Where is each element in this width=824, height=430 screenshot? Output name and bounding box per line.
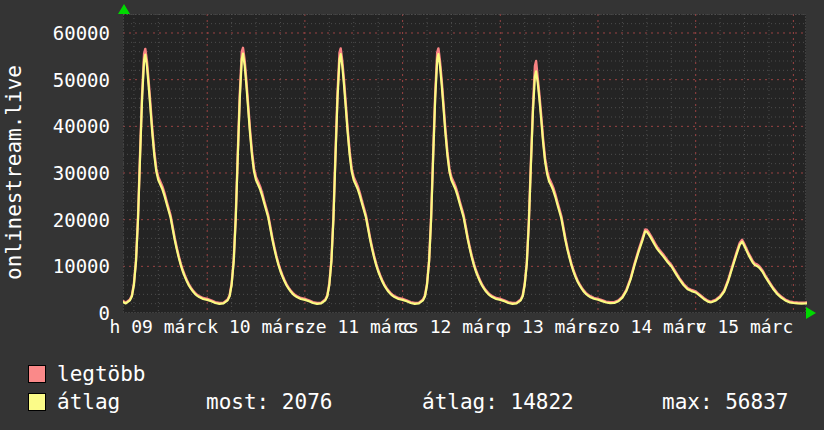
x-axis-arrow-icon bbox=[806, 307, 816, 319]
legend-row-avg: átlag bbox=[28, 391, 120, 413]
x-tick-label: p 13 márc bbox=[500, 317, 598, 337]
x-tick-label: cs 12 márc bbox=[397, 317, 505, 337]
rrd-graph: onlinestream.live 0100002000030000400005… bbox=[0, 0, 824, 430]
legend-row-max: legtöbb bbox=[28, 363, 146, 385]
y-tick-label: 20000 bbox=[0, 210, 110, 230]
legend-label-max: legtöbb bbox=[57, 362, 146, 386]
y-tick-label: 0 bbox=[0, 303, 110, 323]
x-tick-label: sze 11 márc bbox=[294, 317, 413, 337]
y-tick-label: 30000 bbox=[0, 163, 110, 183]
x-tick-label: h 09 márc bbox=[110, 317, 208, 337]
y-axis-arrow-icon bbox=[118, 4, 130, 14]
legend-label-avg: átlag bbox=[57, 390, 120, 414]
y-tick-label: 40000 bbox=[0, 116, 110, 136]
x-tick-label: szo 14 márc bbox=[587, 317, 706, 337]
stat-atlag: átlag: 14822 bbox=[422, 391, 574, 413]
stat-most: most: 2076 bbox=[206, 391, 332, 413]
x-tick-label: v 15 márc bbox=[696, 317, 794, 337]
y-tick-label: 10000 bbox=[0, 256, 110, 276]
legend-swatch-max bbox=[28, 365, 46, 383]
stat-max: max: 56837 bbox=[662, 391, 788, 413]
plot-area bbox=[123, 14, 807, 314]
y-tick-label: 50000 bbox=[0, 70, 110, 90]
y-tick-label: 60000 bbox=[0, 23, 110, 43]
x-tick-label: k 10 márc bbox=[207, 317, 305, 337]
legend-swatch-avg bbox=[28, 393, 46, 411]
